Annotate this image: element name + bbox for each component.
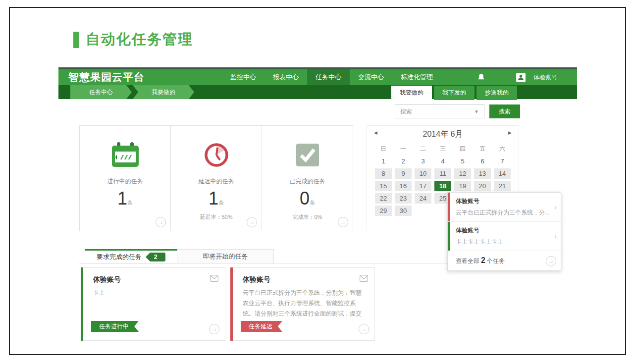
stat-label: 已完成的任务 (290, 177, 325, 186)
stat-unit: 条 (310, 200, 315, 206)
user-name[interactable]: 体验账号 (533, 73, 557, 82)
calendar-day[interactable]: 24 (415, 193, 431, 204)
calendar-day-header: 三 (434, 144, 451, 154)
top-navbar: 智慧果园云平台 监控中心 报表中心 任务中心 交流中心 标准化管理 体验账号 (58, 67, 577, 85)
search-select[interactable]: 搜索 ▼ (395, 104, 484, 118)
popup-task-title: 体验账号 (456, 197, 550, 206)
calendar-day-header: 五 (474, 144, 491, 154)
popup-footer-prefix: 查看全部 (456, 258, 479, 264)
calendar-day[interactable]: 21 (494, 181, 511, 191)
stat-card-completed: 已完成的任务 0条 完成率：0% → (262, 126, 353, 231)
calendar-prev-icon[interactable]: ◀ (374, 130, 377, 135)
message-icon[interactable] (360, 275, 368, 284)
calendar-day[interactable]: 16 (395, 181, 412, 191)
popup-task-title: 体验账号 (456, 226, 550, 235)
search-select-placeholder: 搜索 (400, 107, 412, 116)
calendar-day (415, 206, 431, 216)
task-status-ribbon: 任务进行中 (91, 321, 139, 332)
stat-unit: 条 (127, 200, 133, 206)
task-go-arrow-icon[interactable]: → (359, 324, 369, 334)
task-title: 体验账号 (243, 275, 270, 284)
chevron-right-icon[interactable]: › (554, 232, 557, 240)
calendar-day[interactable]: 22 (375, 193, 392, 204)
calendar-day[interactable]: 30 (395, 206, 412, 216)
nav-item-standardization[interactable]: 标准化管理 (392, 69, 441, 85)
calendar-day[interactable]: 5 (454, 156, 471, 166)
calendar-day-header: 一 (395, 144, 412, 154)
stat-subtext: 延迟率：50% (200, 213, 232, 221)
task-status-strip-green (81, 267, 83, 341)
clock-icon (203, 140, 230, 170)
bell-icon[interactable] (477, 73, 485, 81)
calendar-day[interactable]: 1 (375, 156, 392, 166)
stat-go-arrow-icon[interactable]: → (247, 217, 257, 227)
calendar-day[interactable]: 12 (454, 168, 471, 179)
calendar-day-header: 二 (415, 144, 431, 154)
stat-go-arrow-icon[interactable]: → (338, 217, 348, 227)
popup-task-desc: 卡上卡上卡上卡上 (456, 238, 550, 246)
calendar-day[interactable]: 23 (395, 193, 412, 204)
calendar-day[interactable]: 6 (474, 156, 491, 166)
task-card-in-progress[interactable]: 体验账号 卡上 任务进行中 → (81, 267, 225, 341)
stat-value: 0条 (300, 189, 315, 208)
popup-task-count: 2 (481, 256, 485, 264)
stat-cards: 进行中的任务 1条 → 延迟中的任务 1条 延迟率：50% → (79, 125, 353, 231)
popup-task-item[interactable]: 体验账号 云平台已正式拆分为三个系统，分...... › (448, 193, 561, 222)
popup-task-desc: 云平台已正式拆分为三个系统，分...... (456, 208, 550, 217)
calendar-day[interactable]: 13 (474, 168, 491, 179)
popup-go-arrow-icon[interactable]: → (546, 256, 556, 266)
tab-assigned-by-me[interactable]: 我下发的 (434, 86, 475, 100)
task-desc: 卡上 (93, 288, 214, 298)
calendar-day-header: 六 (494, 144, 511, 154)
calendar-day[interactable]: 17 (415, 181, 431, 191)
task-go-arrow-icon[interactable]: → (209, 324, 219, 334)
nav-item-task[interactable]: 任务中心 (307, 69, 350, 85)
calendar-day[interactable]: 7 (494, 156, 511, 166)
calendar-day[interactable]: 15 (375, 181, 392, 191)
calendar-day-header: 四 (454, 144, 471, 154)
tab-cc-to-me[interactable]: 抄送我的 (476, 86, 517, 100)
day-task-popup: 体验账号 云平台已正式拆分为三个系统，分...... › 体验账号 卡上卡上卡上… (447, 192, 561, 271)
calendar-day[interactable]: 14 (494, 168, 511, 179)
nav-item-report[interactable]: 报表中心 (264, 69, 307, 85)
stat-card-in-progress: 进行中的任务 1条 → (80, 126, 170, 231)
calendar-day[interactable]: 4 (434, 156, 451, 166)
calendar-day[interactable]: 20 (474, 181, 491, 191)
popup-view-all[interactable]: 查看全部2个任务 → (448, 251, 561, 270)
calendar-day[interactable]: 18 (434, 181, 451, 191)
task-status-strip-green (448, 222, 450, 251)
stat-go-arrow-icon[interactable]: → (156, 217, 166, 227)
calendar-title: 2014年 6月 (423, 129, 463, 140)
task-card-delayed[interactable]: 体验账号 云平台已正式拆分为三个系统，分别为：智慧农业云平台、执行力管理系统、智… (230, 267, 375, 341)
chevron-down-icon: ▼ (474, 109, 479, 114)
title-accent-bar (73, 32, 79, 48)
task-title: 体验账号 (93, 275, 121, 284)
breadcrumb-item-task-center[interactable]: 任务中心 (70, 85, 132, 99)
user-icon[interactable] (516, 73, 526, 82)
tab-my-todo[interactable]: 我要做的 (391, 86, 432, 100)
calendar-day[interactable]: 3 (415, 156, 431, 166)
popup-task-item[interactable]: 体验账号 卡上卡上卡上卡上 › (448, 222, 561, 251)
nav-item-monitor[interactable]: 监控中心 (222, 69, 264, 85)
calendar-day-header: 日 (375, 144, 392, 154)
task-tab-upcoming[interactable]: 即将开始的任务 (177, 249, 274, 264)
stat-subtext: 完成率：0% (293, 213, 322, 221)
task-status-ribbon: 任务延迟 (241, 321, 282, 332)
message-icon[interactable] (210, 275, 218, 284)
nav-item-communication[interactable]: 交流中心 (350, 69, 392, 85)
task-tab-required[interactable]: 要求完成的任务 2 (85, 249, 177, 264)
calendar-day[interactable]: 11 (434, 168, 451, 179)
breadcrumb-item-my-todo[interactable]: 我要做的 (133, 85, 194, 99)
screenshot-canvas: 自动化任务管理 智慧果园云平台 监控中心 报表中心 任务中心 交流中心 标准化管… (0, 0, 634, 364)
calendar-day[interactable]: 9 (395, 168, 412, 179)
calendar-day[interactable]: 2 (395, 156, 412, 166)
calendar-day[interactable]: 8 (375, 168, 392, 179)
calendar-next-icon[interactable]: ▶ (508, 130, 512, 135)
app-logo[interactable]: 智慧果园云平台 (58, 70, 158, 84)
calendar-header: ◀ 2014年 6月 ▶ (367, 126, 519, 143)
calendar-day[interactable]: 29 (375, 206, 392, 216)
calendar-day[interactable]: 19 (454, 181, 471, 191)
calendar-day[interactable]: 10 (415, 168, 431, 179)
search-button[interactable]: 搜索 (489, 104, 520, 118)
chevron-right-icon[interactable]: › (554, 203, 557, 211)
